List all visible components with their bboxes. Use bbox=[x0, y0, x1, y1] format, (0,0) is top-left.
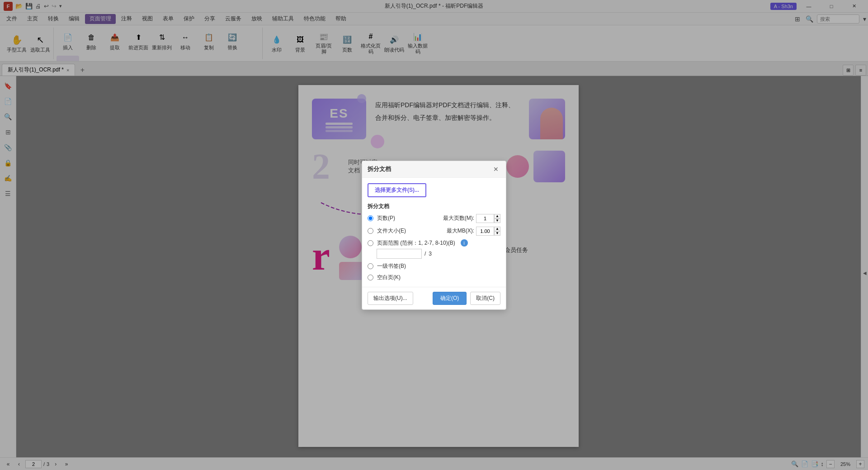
dialog-close-button[interactable]: ✕ bbox=[491, 165, 500, 174]
max-mb-label: 最大MB(X): bbox=[447, 227, 474, 235]
pages-option-row: 页数(P) 最大页数(M): ▲ ▼ bbox=[368, 214, 500, 223]
radio-pagerange[interactable] bbox=[368, 240, 373, 246]
page-slash: / bbox=[425, 251, 426, 257]
pagerange-option-row: 页面范围 (范例：1, 2-7, 8-10)(B) i / 3 bbox=[368, 239, 500, 259]
max-mb-row: 最大MB(X): ▲ ▼ bbox=[447, 227, 500, 236]
radio-row-blankpage: 空白页(K) bbox=[368, 274, 500, 281]
radio-blankpage-label[interactable]: 空白页(K) bbox=[377, 274, 401, 281]
max-pages-label: 最大页数(M): bbox=[443, 214, 474, 222]
radio-group: 页数(P) 最大页数(M): ▲ ▼ bbox=[368, 214, 500, 281]
radio-blankpage[interactable] bbox=[368, 275, 373, 280]
max-mb-input[interactable] bbox=[476, 227, 494, 236]
radio-filesize-label[interactable]: 文件大小(E) bbox=[377, 227, 406, 235]
radio-bookmark-label[interactable]: 一级书签(B) bbox=[377, 262, 406, 270]
radio-row-bookmark: 一级书签(B) bbox=[368, 262, 500, 270]
radio-pages-label[interactable]: 页数(P) bbox=[377, 214, 395, 222]
confirm-button[interactable]: 确定(O) bbox=[433, 292, 467, 305]
max-mb-up[interactable]: ▲ bbox=[494, 227, 500, 231]
max-pages-down[interactable]: ▼ bbox=[494, 218, 500, 223]
dialog-title: 拆分文档 bbox=[368, 165, 391, 173]
footer-right-buttons: 确定(O) 取消(C) bbox=[433, 292, 500, 305]
split-dialog: 拆分文档 ✕ 选择更多文件(S)... 拆分文档 页数(P) 最大页数(M): bbox=[362, 161, 506, 310]
max-pages-input[interactable] bbox=[476, 214, 494, 223]
radio-bookmark[interactable] bbox=[368, 263, 373, 269]
filesize-option-row: 文件大小(E) 最大MB(X): ▲ ▼ bbox=[368, 227, 500, 236]
dialog-body: 选择更多文件(S)... 拆分文档 页数(P) 最大页数(M): bbox=[362, 178, 506, 287]
split-section-title: 拆分文档 bbox=[368, 203, 500, 210]
max-mb-arrows: ▲ ▼ bbox=[494, 227, 500, 236]
max-mb-spinner: ▲ ▼ bbox=[476, 227, 500, 236]
radio-pages[interactable] bbox=[368, 215, 373, 221]
dialog-overlay: 拆分文档 ✕ 选择更多文件(S)... 拆分文档 页数(P) 最大页数(M): bbox=[0, 0, 868, 470]
select-files-button[interactable]: 选择更多文件(S)... bbox=[368, 183, 426, 197]
output-options-button[interactable]: 输出选项(U)... bbox=[368, 292, 413, 305]
radio-row-pagerange: 页面范围 (范例：1, 2-7, 8-10)(B) i bbox=[368, 239, 500, 247]
page-range-input[interactable] bbox=[377, 249, 422, 259]
dialog-footer: 输出选项(U)... 确定(O) 取消(C) bbox=[362, 287, 506, 309]
radio-filesize[interactable] bbox=[368, 228, 373, 234]
max-pages-arrows: ▲ ▼ bbox=[494, 214, 500, 223]
dialog-header: 拆分文档 ✕ bbox=[362, 161, 506, 178]
page-total: 3 bbox=[429, 251, 432, 257]
radio-row-filesize: 文件大小(E) 最大MB(X): ▲ ▼ bbox=[368, 227, 500, 236]
max-mb-down[interactable]: ▼ bbox=[494, 231, 500, 236]
max-pages-spinner: ▲ ▼ bbox=[476, 214, 500, 223]
max-pages-up[interactable]: ▲ bbox=[494, 214, 500, 218]
max-pages-row: 最大页数(M): ▲ ▼ bbox=[443, 214, 500, 223]
page-range-input-row: / 3 bbox=[368, 249, 500, 259]
radio-row-pages: 页数(P) 最大页数(M): ▲ ▼ bbox=[368, 214, 500, 223]
cancel-button[interactable]: 取消(C) bbox=[470, 292, 500, 305]
info-icon[interactable]: i bbox=[461, 239, 468, 247]
radio-pagerange-label[interactable]: 页面范围 (范例：1, 2-7, 8-10)(B) bbox=[377, 239, 455, 247]
